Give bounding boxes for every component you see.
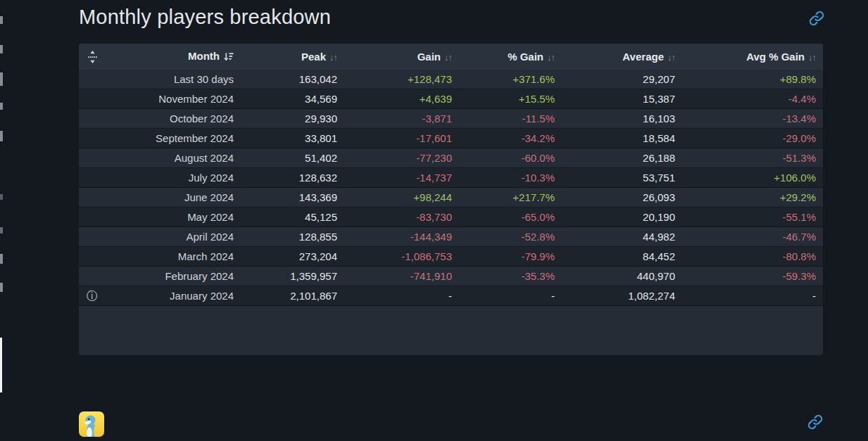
column-header-label: Average: [622, 51, 664, 63]
cell-peak: 143,369: [234, 191, 337, 203]
cell-month: February 2024: [106, 270, 234, 282]
edge-fragment: [0, 338, 2, 392]
page: Monthly players breakdown: [0, 0, 868, 441]
cell-avg-pct: -4.4%: [675, 93, 816, 105]
table-row: June 2024 143,369 +98,244 +217.7% 26,093…: [79, 188, 823, 207]
sort-both-icon: ↓↑: [547, 52, 555, 63]
cell-month: July 2024: [106, 172, 234, 184]
cell-month: January 2024: [106, 290, 234, 302]
cell-average: 16,103: [555, 113, 675, 124]
cell-month: September 2024: [106, 132, 234, 144]
table-row: August 2024 51,402 -77,230 -60.0% 26,188…: [79, 148, 823, 168]
app-avatar[interactable]: [79, 411, 104, 437]
column-header-gain[interactable]: Gain↓↑: [337, 51, 452, 63]
cell-average: 44,982: [555, 231, 675, 243]
edge-fragment: [0, 72, 3, 86]
chain-link-icon: [807, 414, 823, 430]
cell-gain: +98,244: [337, 191, 452, 203]
sort-both-icon: ↓↑: [667, 52, 675, 63]
cell-gain: -1,086,753: [337, 250, 452, 262]
cell-avg-pct: -29.0%: [675, 132, 816, 144]
table-row: July 2024 128,632 -14,737 -10.3% 53,751 …: [79, 168, 823, 188]
chain-link-icon: [809, 11, 824, 26]
page-title: Monthly players breakdown: [79, 6, 823, 29]
cell-avg-pct: -55.1%: [675, 211, 816, 223]
sort-both-icon: ↓↑: [329, 52, 337, 63]
cell-average: 53,751: [555, 172, 675, 184]
cell-avg-pct: -59.3%: [675, 270, 816, 282]
cell-gain: -77,230: [337, 152, 452, 164]
cell-month: October 2024: [106, 113, 234, 124]
cell-peak: 2,101,867: [234, 290, 337, 302]
cell-avg-pct: -80.8%: [675, 250, 816, 262]
column-header-month[interactable]: Month: [106, 50, 234, 63]
column-header-label: Avg % Gain: [746, 51, 805, 63]
column-header-avg-pct[interactable]: Avg % Gain↓↑: [675, 51, 816, 63]
cell-gain-pct: +217.7%: [452, 191, 555, 203]
cell-gain-pct: -52.8%: [452, 231, 555, 243]
cell-month: August 2024: [106, 152, 234, 164]
cell-avg-pct: +29.2%: [675, 191, 816, 203]
cell-gain: +4,639: [337, 93, 452, 105]
column-drag-header[interactable]: [79, 50, 106, 63]
cell-gain: -17,601: [337, 132, 452, 144]
blue-dino-app-icon: [79, 411, 104, 437]
edge-fragment: [0, 283, 3, 292]
table-row: March 2024 273,204 -1,086,753 -79.9% 84,…: [79, 247, 823, 267]
cell-average: 84,452: [555, 250, 675, 262]
table-row: November 2024 34,569 +4,639 +15.5% 15,38…: [79, 89, 823, 109]
cell-gain-pct: -10.3%: [452, 172, 555, 184]
column-header-peak[interactable]: Peak↓↑: [234, 51, 337, 63]
column-header-label: Month: [188, 50, 220, 62]
cell-gain: -83,730: [337, 211, 452, 223]
column-header-average[interactable]: Average↓↑: [555, 51, 675, 63]
cell-month: Last 30 days: [106, 73, 234, 85]
column-header-gain-pct[interactable]: % Gain↓↑: [452, 51, 555, 63]
cell-average: 15,387: [555, 93, 675, 105]
cell-gain: -: [337, 290, 452, 302]
table-row: ⓘ January 2024 2,101,867 - - 1,082,274 -: [79, 286, 823, 306]
cell-gain-pct: -79.9%: [452, 250, 555, 262]
cell-gain: -3,871: [337, 113, 452, 124]
table-row: September 2024 33,801 -17,601 -34.2% 18,…: [79, 129, 823, 148]
section-anchor-link[interactable]: [809, 11, 824, 26]
cell-peak: 45,125: [234, 211, 337, 223]
edge-fragment: [0, 194, 3, 200]
cell-peak: 128,855: [234, 231, 337, 243]
table-row: April 2024 128,855 -144,349 -52.8% 44,98…: [79, 227, 823, 247]
table-row: Last 30 days 163,042 +128,473 +371.6% 29…: [79, 70, 823, 89]
edge-fragment: [0, 227, 3, 234]
row-info-cell: ⓘ: [79, 290, 106, 302]
edge-fragment: [0, 254, 3, 264]
cell-average: 26,188: [555, 152, 675, 164]
cell-gain-pct: +15.5%: [452, 93, 555, 105]
table-header-row: Month Peak↓↑ Gain↓↑ % Gain↓↑ Average↓↑ A…: [79, 44, 823, 70]
cell-peak: 34,569: [234, 93, 337, 105]
section-anchor-link[interactable]: [807, 414, 823, 430]
cell-average: 440,970: [555, 270, 675, 282]
cell-gain-pct: +371.6%: [452, 73, 555, 85]
cell-month: November 2024: [106, 93, 234, 105]
cell-gain-pct: -60.0%: [452, 152, 555, 164]
cell-gain: -144,349: [337, 231, 452, 243]
cell-average: 1,082,274: [555, 290, 675, 302]
cell-peak: 128,632: [234, 172, 337, 184]
cell-avg-pct: -46.7%: [675, 231, 816, 243]
cell-avg-pct: -51.3%: [675, 152, 816, 164]
table-empty-filler: [79, 306, 823, 355]
cell-gain-pct: -65.0%: [452, 211, 555, 223]
cell-average: 18,584: [555, 132, 675, 144]
cell-peak: 273,204: [234, 250, 337, 262]
cell-gain: -14,737: [337, 172, 452, 184]
cell-gain-pct: -: [452, 290, 555, 302]
cell-gain: -741,910: [337, 270, 452, 282]
cell-avg-pct: +89.8%: [675, 73, 816, 85]
cell-average: 29,207: [555, 73, 675, 85]
cell-avg-pct: -13.4%: [675, 113, 816, 124]
cell-peak: 51,402: [234, 152, 337, 164]
monthly-players-table: Month Peak↓↑ Gain↓↑ % Gain↓↑ Average↓↑ A…: [79, 44, 823, 355]
info-icon[interactable]: ⓘ: [87, 290, 98, 302]
table-body: Last 30 days 163,042 +128,473 +371.6% 29…: [79, 70, 823, 306]
cell-average: 26,093: [555, 191, 675, 203]
sort-descending-icon: [223, 52, 234, 61]
